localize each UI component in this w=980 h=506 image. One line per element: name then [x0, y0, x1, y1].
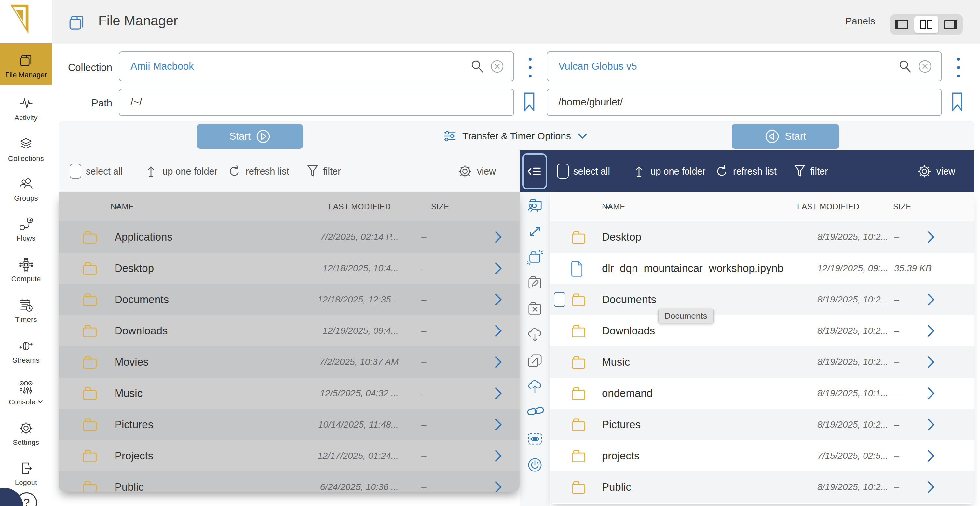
select-all-left[interactable]: select all — [70, 150, 123, 192]
show-hidden-icon[interactable] — [527, 431, 543, 447]
chevron-right-icon[interactable] — [927, 324, 935, 338]
table-row[interactable]: Documents12/18/2025, 12:35...– — [59, 284, 520, 315]
right-bookmark-icon[interactable] — [951, 92, 963, 111]
chevron-right-icon[interactable] — [927, 480, 935, 494]
select-all-checkbox[interactable] — [70, 164, 81, 179]
chevron-right-icon[interactable] — [494, 262, 502, 275]
sidebar-item-groups[interactable]: Groups — [0, 177, 52, 213]
select-all-checkbox[interactable] — [557, 164, 569, 179]
clear-collection-icon[interactable] — [490, 59, 504, 73]
chevron-right-icon[interactable] — [927, 386, 935, 400]
sidebar-item-collections[interactable]: Collections — [0, 137, 52, 173]
delete-folder-icon[interactable] — [527, 301, 543, 317]
sidebar-item-streams[interactable]: Streams — [0, 338, 52, 375]
file-name[interactable]: Documents — [115, 284, 169, 315]
chevron-right-icon[interactable] — [494, 293, 502, 306]
column-name[interactable]: NAME — [602, 192, 612, 222]
refresh-list-right[interactable]: refresh list — [715, 150, 776, 192]
left-collection-menu-icon[interactable] — [529, 57, 532, 78]
left-collection-input[interactable]: Amii Macbook — [119, 51, 514, 81]
chevron-right-icon[interactable] — [927, 230, 935, 244]
chevron-right-icon[interactable] — [494, 386, 502, 400]
right-collection-value[interactable]: Vulcan Globus v5 — [558, 52, 637, 81]
open-external-icon[interactable] — [527, 353, 543, 369]
chevron-right-icon[interactable] — [494, 449, 502, 463]
search-icon[interactable] — [471, 60, 484, 73]
right-path-input[interactable]: /home/gburlet/ — [547, 89, 942, 116]
sidebar-item-timers[interactable]: Timers — [0, 298, 52, 334]
upload-icon[interactable] — [527, 378, 543, 395]
transfer-timer-options-button[interactable]: Transfer & Timer Options — [443, 121, 588, 151]
file-name[interactable]: Music — [115, 378, 143, 409]
column-size[interactable]: SIZE — [431, 192, 449, 222]
table-row[interactable]: Documents8/19/2025, 10:2...– — [550, 284, 974, 315]
up-one-folder-right[interactable]: up one folder — [634, 150, 705, 192]
file-name[interactable]: Downloads — [115, 315, 167, 346]
table-row[interactable]: dlr_dqn_mountaincar_workshop.ipynb12/19/… — [550, 253, 974, 284]
file-name[interactable]: Projects — [115, 440, 153, 471]
chevron-right-icon[interactable] — [494, 355, 502, 369]
new-folder-icon[interactable] — [527, 249, 543, 265]
right-collection-menu-icon[interactable] — [957, 57, 960, 78]
file-name[interactable]: Desktop — [115, 253, 154, 284]
file-name[interactable]: ondemand — [602, 378, 653, 409]
file-name[interactable]: Documents — [602, 284, 656, 315]
view-right[interactable]: view — [917, 150, 955, 192]
table-row[interactable]: projects7/15/2025, 02:5...– — [550, 440, 974, 471]
left-bookmark-icon[interactable] — [523, 92, 536, 111]
column-last-modified[interactable]: LAST MODIFIED — [329, 192, 391, 222]
table-row[interactable]: Desktop12/18/2025, 10:4...– — [59, 253, 520, 284]
share-folder-icon[interactable] — [527, 197, 543, 214]
table-row[interactable]: Downloads8/19/2025, 10:2...– — [550, 315, 974, 346]
column-name[interactable]: NAME — [111, 192, 121, 222]
table-row[interactable]: Pictures8/19/2025, 10:2...– — [550, 409, 974, 440]
collapse-panel-button[interactable] — [522, 153, 547, 189]
right-start-transfer-button[interactable]: Start — [732, 124, 839, 149]
chevron-right-icon[interactable] — [927, 418, 935, 431]
sidebar-item-activity[interactable]: Activity — [0, 96, 52, 132]
chevron-right-icon[interactable] — [927, 293, 935, 306]
transfer-arrows-icon[interactable] — [527, 223, 543, 239]
file-name[interactable]: Public — [602, 471, 631, 503]
filter-right[interactable]: filter — [794, 150, 828, 192]
single-panel-left-button[interactable] — [890, 14, 914, 35]
up-one-folder-left[interactable]: up one folder — [146, 150, 217, 192]
sidebar-item-file-manager[interactable]: File Manager — [0, 43, 52, 85]
download-icon[interactable] — [527, 327, 543, 343]
table-row[interactable]: Pictures10/14/2025, 11:48...– — [59, 409, 520, 440]
filter-left[interactable]: filter — [307, 150, 341, 192]
file-name[interactable]: Desktop — [602, 222, 641, 253]
column-size[interactable]: SIZE — [893, 192, 912, 222]
table-row[interactable]: Projects12/17/2025, 01:24...– — [59, 440, 520, 471]
table-row[interactable]: ondemand8/19/2025, 10:1...– — [550, 378, 974, 409]
chevron-right-icon[interactable] — [494, 418, 502, 431]
chevron-right-icon[interactable] — [494, 480, 502, 492]
get-link-icon[interactable] — [527, 404, 543, 421]
sidebar-item-compute[interactable]: Compute — [0, 257, 52, 294]
table-row[interactable]: Downloads12/19/2025, 09:4...– — [59, 315, 520, 346]
clear-collection-icon[interactable] — [918, 59, 932, 73]
table-row[interactable]: Music8/19/2025, 10:2...– — [550, 346, 974, 378]
view-left[interactable]: view — [457, 150, 496, 192]
search-icon[interactable] — [898, 60, 912, 73]
left-path-input[interactable]: /~/ — [119, 89, 514, 116]
file-name[interactable]: Music — [602, 346, 630, 378]
deactivate-icon[interactable] — [527, 457, 543, 473]
right-collection-input[interactable]: Vulcan Globus v5 — [547, 51, 942, 81]
sidebar-item-console[interactable]: Console — [0, 380, 52, 417]
table-row[interactable]: Desktop8/19/2025, 10:2...– — [550, 222, 974, 253]
select-all-right[interactable]: select all — [557, 150, 610, 192]
file-name[interactable]: Movies — [115, 346, 149, 378]
left-collection-value[interactable]: Amii Macbook — [130, 52, 194, 81]
column-last-modified[interactable]: LAST MODIFIED — [797, 192, 859, 222]
file-name[interactable]: dlr_dqn_mountaincar_workshop.ipynb — [602, 253, 783, 284]
table-row[interactable]: Movies7/2/2025, 10:37 AM– — [59, 346, 520, 378]
left-path-value[interactable]: /~/ — [130, 89, 142, 115]
rename-folder-icon[interactable] — [527, 275, 543, 291]
single-panel-right-button[interactable] — [939, 14, 963, 35]
file-name[interactable]: Pictures — [115, 409, 153, 440]
chevron-right-icon[interactable] — [494, 230, 502, 244]
table-row[interactable]: Public6/24/2025, 10:36 ...– — [59, 471, 520, 492]
left-start-transfer-button[interactable]: Start — [197, 124, 303, 149]
file-name[interactable]: Downloads — [602, 315, 655, 346]
